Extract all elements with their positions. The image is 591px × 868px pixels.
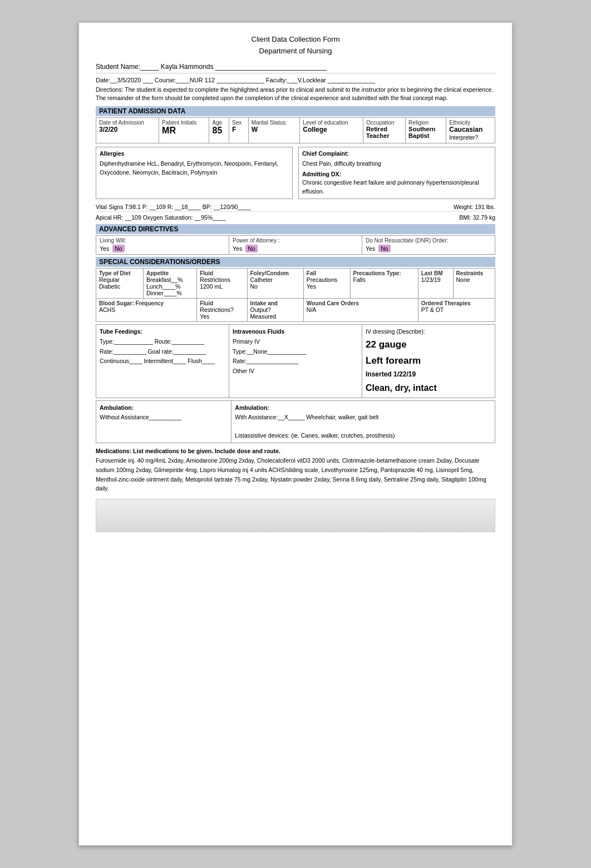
adv-dir-row: Living Will: Yes No Power of Attorney : … <box>96 235 495 255</box>
date-label: Date:__3/5/2020 <box>96 77 141 83</box>
amb-with-row: With Assistance:__X_____ Wheelchair, wal… <box>235 413 491 422</box>
poa-yesno: Yes No <box>233 245 358 252</box>
o2-value: 95% <box>201 214 213 221</box>
col-ethnicity-label: Ethnicity Caucasian Interpreter? <box>446 118 495 143</box>
dnr-no: No <box>378 245 390 252</box>
appetite-lunch: Lunch____% <box>146 283 194 290</box>
amb-listassistive: Listassistive devices: (ie. Canes, walke… <box>235 422 491 441</box>
poa-no: No <box>245 245 257 252</box>
intake-label: Intake and <box>250 300 301 306</box>
fluid-restrictions-value: 1200 mL <box>200 283 244 290</box>
initials-value: MR <box>162 126 206 136</box>
resp-value: 18 <box>181 204 188 210</box>
chief-complaint-label: Chief Complaint: <box>302 150 491 158</box>
iv-primary-label: Primary IV <box>233 337 358 347</box>
temp-value: 98.1 <box>129 204 140 210</box>
faculty-underline: ______________ <box>328 77 376 83</box>
admission-table: Date of Admission 3/2/20 Patient Initial… <box>96 117 495 143</box>
tube-iv-row: Tube Feedings: Type:____________ Route:_… <box>96 324 495 398</box>
iv-fluids-cell: Intravenous Fluids Primary IV Type:__Non… <box>229 325 362 398</box>
fall-value: Yes <box>307 283 347 290</box>
foley-label: Foley/Condom <box>250 270 301 276</box>
special-table-row1: Type of Diet Regular Diabetic Appetite B… <box>96 268 495 322</box>
ordered-therapies-label: Ordered Therapies <box>421 300 492 306</box>
special-considerations-header: SPECIAL CONSIDERATIONS/Orders <box>96 257 495 267</box>
tube-type-row: Type:____________ Route:__________ <box>100 337 225 347</box>
col-occupation-label: Occupation Retired Teacher <box>363 118 406 143</box>
date-line: Date:__3/5/2020 ___ Course:____NUR 112 _… <box>96 77 495 83</box>
fall-cell: Fall Precautions Yes <box>303 268 350 298</box>
iv-other-label: Other IV <box>233 366 358 376</box>
col-marital-label: Marital Status: W <box>248 118 299 143</box>
amb-devices: Wheelchair, walker, gait belt <box>306 414 378 420</box>
iv-type-row: Type:__None____________ <box>233 347 358 357</box>
iv-gauge-value: 22 gauge <box>366 337 491 353</box>
diet-label: Type of Diet <box>99 270 140 276</box>
fall-sub: Precautions <box>307 276 347 283</box>
advanced-directives-header: ADVANCED DIRECTIVES <box>96 224 495 234</box>
marital-value: W <box>252 126 297 133</box>
directions-text: Directions: The student is expected to c… <box>96 86 495 103</box>
tube-continuous-row: Continuous____ Intermittent____ Flush___… <box>100 356 225 366</box>
course-underline: ______________ <box>216 77 264 83</box>
restraints-value: None <box>456 276 493 283</box>
wound-care-cell: Wound Care Orders N/A <box>303 298 418 321</box>
apical-value: 109 <box>131 214 141 221</box>
dnr-yes: Yes <box>366 245 375 252</box>
iv-dressing-cell: IV dressing (Describe): 22 gauge Left fo… <box>362 325 495 398</box>
intake-value: Measured <box>250 313 301 320</box>
lastbm-cell: Last BM 1/23/19 <box>418 268 453 298</box>
ambulation-row: Ambulation: Without Assistance__________… <box>96 400 495 443</box>
page-wrapper: Client Data Collection Form Department o… <box>78 22 513 846</box>
restraints-label: Restraints <box>456 270 493 276</box>
student-underline: ______________________________ <box>215 63 327 71</box>
sex-value: F <box>232 126 245 133</box>
education-value: College <box>303 126 360 133</box>
bp-value: 120/90 <box>220 204 238 210</box>
diet-cell: Type of Diet Regular Diabetic <box>96 268 144 298</box>
age-value: 85 <box>212 126 226 136</box>
allergies-complaint-row: Allergies Diphenhydramine HcL, Benadryl,… <box>96 147 495 199</box>
tube-feedings-label: Tube Feedings: <box>100 327 225 337</box>
ordered-therapies-cell: Ordered Therapies PT & OT <box>418 298 495 321</box>
occupation-line1: Retired Teacher <box>366 126 402 139</box>
allergies-box: Allergies Diphenhydramine HcL, Benadryl,… <box>96 147 293 199</box>
iv-rate-row: Rate:________________ <box>233 356 358 366</box>
fluid-restrictions-label: Restrictions <box>200 276 244 283</box>
precautions-type-label: Precautions Type: <box>353 270 415 276</box>
iv-location-value: Left forearm <box>366 353 491 369</box>
col-sex-label: Sex F <box>229 118 249 143</box>
weight-value: 191 lbs. <box>475 204 495 210</box>
amb-without-sub: Without Assistance__________ <box>100 413 228 422</box>
admitting-dx-label: Admitting DX: <box>302 170 491 179</box>
apical-field: Apical HR: __109 Oxygen Saturation: __95… <box>96 214 226 221</box>
blood-sugar-label: Blood Sugar: Frequency <box>99 300 194 306</box>
diet-regular: Regular <box>99 276 140 283</box>
pulse-value: 109 <box>156 204 166 210</box>
chief-complaint-text: Chest Pain, difficulty breathing <box>302 160 491 168</box>
vitals-row2: Apical HR: __109 Oxygen Saturation: __95… <box>96 213 495 222</box>
allergies-label: Allergies <box>100 150 289 158</box>
appetite-dinner: Dinner____% <box>146 290 194 296</box>
patient-admission-header: PATIENT ADMISSION DATA <box>96 106 495 116</box>
blood-sugar-value: ACHS <box>99 306 194 313</box>
ethnicity-value: Caucasian Interpreter? <box>449 126 492 141</box>
blood-sugar-cell: Blood Sugar: Frequency ACHS <box>96 298 197 321</box>
fluid-restrictions2-sub: Restrictions? <box>200 306 244 313</box>
fluid-restrictions2-label: Fluid <box>200 300 244 306</box>
foley-cell: Foley/Condom Catheter No <box>247 268 303 298</box>
student-name: Kayla Hammonds <box>161 63 214 71</box>
appetite-label: Appetite <box>146 270 194 276</box>
living-will-yesno: Yes No <box>100 245 225 252</box>
title-line1: Client Data Collection Form <box>96 34 495 46</box>
date-admission-value: 3/2/20 <box>99 126 156 133</box>
vitals-label: Vital Signs T:98.1 P: __109 R: __18____ … <box>96 204 251 210</box>
fall-label: Fall <box>307 270 347 276</box>
advanced-directives-section: Living Will: Yes No Power of Attorney : … <box>96 235 495 255</box>
tube-feedings-cell: Tube Feedings: Type:____________ Route:_… <box>96 325 229 398</box>
restraints-cell: Restraints None <box>453 268 495 298</box>
iv-condition-value: Clean, dry, intact <box>366 380 491 395</box>
bmi-value: 32.79 kg <box>473 214 495 221</box>
iv-inserted-row: Inserted 1/22/19 <box>366 369 491 380</box>
iv-fluids-label: Intravenous Fluids <box>233 327 358 337</box>
